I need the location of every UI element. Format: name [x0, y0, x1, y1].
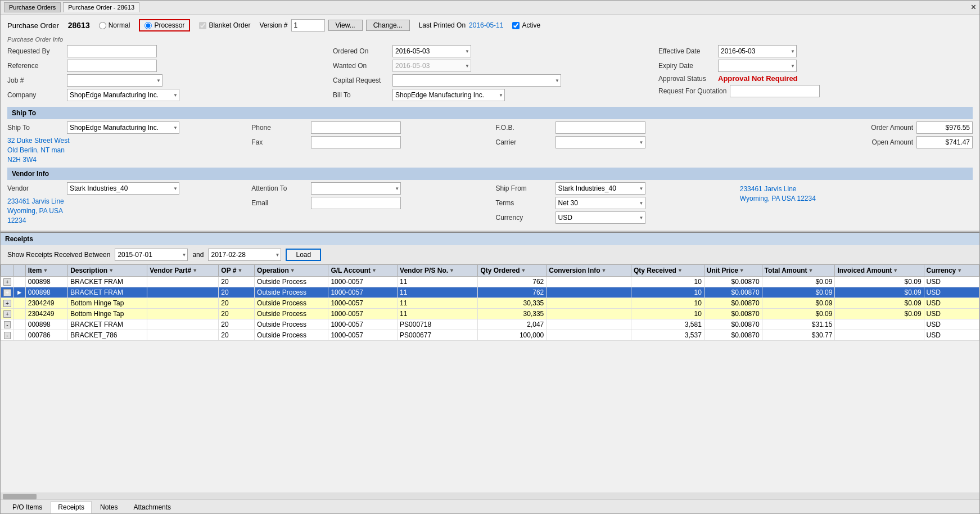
wanted-on-select[interactable]: 2016-05-03	[392, 60, 471, 72]
expand-cell[interactable]: +	[1, 309, 14, 319]
receipts-header: Receipts	[1, 233, 979, 245]
col-unit-price[interactable]: Unit Price ▼	[704, 265, 762, 277]
receipts-table-container: Item ▼ Description ▼ Vendor Part# ▼ OP #…	[1, 264, 979, 493]
email-input[interactable]	[311, 197, 401, 209]
capital-request-label: Capital Request	[333, 76, 389, 84]
tab-receipts[interactable]: Receipts	[51, 501, 92, 513]
carrier-label: Carrier	[496, 138, 552, 146]
close-button[interactable]: ×	[971, 2, 976, 12]
attention-to-select[interactable]	[311, 182, 401, 195]
horizontal-scrollbar[interactable]	[1, 493, 979, 499]
change-button[interactable]: Change...	[366, 20, 410, 31]
tab-attachments[interactable]: Attachments	[126, 501, 178, 513]
vendor-select[interactable]: Stark Industries_40	[67, 182, 179, 195]
table-row[interactable]: - 000898 BRACKET FRAM 20 Outside Process…	[1, 319, 979, 330]
tab-po-items[interactable]: P/O Items	[5, 501, 49, 513]
row-arrow: ►	[16, 288, 23, 296]
bill-to-select[interactable]: ShopEdge Manufacturing Inc.	[392, 89, 505, 101]
col-vendor-part[interactable]: Vendor Part# ▼	[147, 265, 219, 277]
processor-label: Processor	[154, 21, 184, 29]
capital-request-select[interactable]	[392, 74, 561, 87]
col-qty-ordered[interactable]: Qty Ordered ▼	[478, 265, 547, 277]
expand-cell[interactable]: +	[1, 287, 14, 298]
expiry-date-select[interactable]	[718, 60, 797, 72]
requested-by-input[interactable]	[67, 45, 157, 57]
vendor-ps-cell: 11	[398, 277, 478, 287]
table-row[interactable]: - 000786 BRACKET_786 20 Outside Process …	[1, 330, 979, 341]
conversion-cell	[547, 319, 631, 330]
normal-radio[interactable]	[99, 22, 106, 29]
item-cell: 2304249	[25, 298, 67, 309]
expand-button[interactable]: +	[3, 300, 11, 307]
po-info-col2: Ordered On 2016-05-03 Wanted On	[333, 45, 647, 103]
invoiced-amount-cell	[835, 330, 924, 341]
col-gl-account[interactable]: G/L Account ▼	[328, 265, 398, 277]
expand-button[interactable]: -	[4, 321, 10, 328]
op-cell: 20	[219, 298, 255, 309]
currency-select[interactable]: USD	[556, 211, 645, 224]
open-amount-label: Open Amount	[857, 138, 913, 146]
vendor-address: 233461 Jarvis Line Wyoming, PA USA 12234	[7, 197, 240, 225]
table-row[interactable]: + 2304249 Bottom Hinge Tap 20 Outside Pr…	[1, 309, 979, 319]
vendor-col1: Vendor Stark Industries_40 233461 Jarvis…	[7, 182, 240, 225]
blanket-order-checkbox[interactable]	[199, 22, 206, 29]
view-button[interactable]: View...	[328, 20, 363, 31]
qty-ordered-cell: 30,335	[478, 309, 547, 319]
col-currency[interactable]: Currency ▼	[924, 265, 979, 277]
col-op[interactable]: OP # ▼	[219, 265, 255, 277]
gl-account-cell: 1000-0057	[328, 309, 398, 319]
expand-cell[interactable]: +	[1, 277, 14, 287]
reference-input[interactable]	[67, 60, 157, 72]
request-quotation-input[interactable]	[730, 85, 820, 97]
expand-cell[interactable]: +	[1, 298, 14, 309]
col-item[interactable]: Item ▼	[25, 265, 67, 277]
table-row[interactable]: + ► 000898 BRACKET FRAM 20 Outside Proce…	[1, 287, 979, 298]
expand-button[interactable]: -	[4, 332, 10, 339]
processor-radio-group[interactable]: Processor	[139, 19, 190, 31]
expand-button[interactable]: +	[3, 278, 11, 286]
tab-purchase-order-28613[interactable]: Purchase Order - 28613	[63, 2, 139, 12]
effective-date-select[interactable]: 2016-05-03	[718, 45, 797, 57]
normal-radio-group[interactable]: Normal	[99, 21, 130, 29]
job-select[interactable]	[67, 74, 162, 87]
col-vendor-ps[interactable]: Vendor P/S No. ▼	[398, 265, 478, 277]
col-conversion[interactable]: Conversion Info ▼	[547, 265, 631, 277]
date-to-select[interactable]: 2017-02-28	[208, 249, 281, 261]
ship-to-select[interactable]: ShopEdge Manufacturing Inc.	[67, 121, 179, 134]
active-checkbox[interactable]	[512, 22, 520, 29]
fax-input[interactable]	[311, 136, 401, 148]
version-input[interactable]	[291, 19, 325, 31]
company-select[interactable]: ShopEdge Manufacturing Inc.	[67, 89, 179, 101]
expand-button[interactable]: +	[3, 289, 11, 296]
terms-label: Terms	[496, 199, 552, 207]
ordered-on-select[interactable]: 2016-05-03	[392, 45, 471, 57]
tab-purchase-orders[interactable]: Purchase Orders	[4, 2, 61, 12]
col-operation[interactable]: Operation ▼	[255, 265, 328, 277]
vendor-ps-cell: 11	[398, 309, 478, 319]
col-qty-received[interactable]: Qty Received ▼	[631, 265, 704, 277]
total-amount-cell: $0.09	[762, 298, 835, 309]
expand-button[interactable]: +	[3, 310, 11, 318]
fax-label: Fax	[251, 138, 308, 146]
table-row[interactable]: + 2304249 Bottom Hinge Tap 20 Outside Pr…	[1, 298, 979, 309]
terms-select[interactable]: Net 30	[556, 197, 645, 209]
carrier-select[interactable]	[556, 136, 645, 148]
expand-cell[interactable]: -	[1, 330, 14, 341]
tab-notes[interactable]: Notes	[93, 501, 125, 513]
po-info-col3: Effective Date 2016-05-03 Expiry Date	[658, 45, 973, 100]
load-button[interactable]: Load	[286, 249, 321, 261]
arrow-cell: ►	[13, 287, 25, 298]
invoiced-amount-cell: $0.09	[835, 277, 924, 287]
col-invoiced-amount[interactable]: Invoiced Amount ▼	[835, 265, 924, 277]
total-amount-cell: $0.09	[762, 277, 835, 287]
fob-input[interactable]	[556, 121, 645, 134]
ship-from-select[interactable]: Stark Industries_40	[556, 182, 645, 195]
op-cell: 20	[219, 287, 255, 298]
expand-cell[interactable]: -	[1, 319, 14, 330]
phone-input[interactable]	[311, 121, 401, 134]
table-row[interactable]: + 000898 BRACKET FRAM 20 Outside Process…	[1, 277, 979, 287]
col-description[interactable]: Description ▼	[68, 265, 147, 277]
col-total-amount[interactable]: Total Amount ▼	[762, 265, 835, 277]
date-from-select[interactable]: 2015-07-01	[115, 249, 188, 261]
processor-radio[interactable]	[144, 22, 152, 29]
